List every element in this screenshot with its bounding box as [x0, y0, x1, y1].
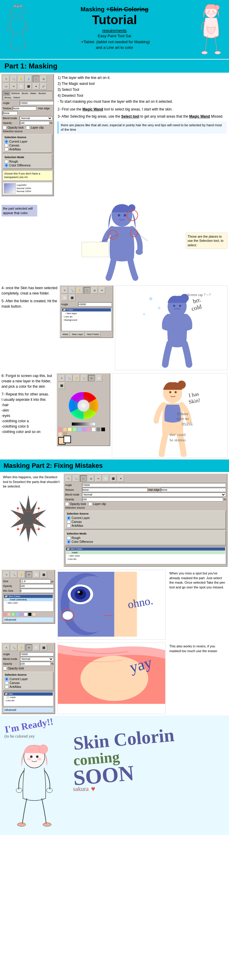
ft32[interactable]: 🔍: [11, 644, 17, 651]
t2[interactable]: 🔍: [69, 287, 75, 294]
angle-input[interactable]: [20, 101, 54, 105]
swatch-pink[interactable]: [87, 427, 91, 431]
fix3-op-input[interactable]: [20, 662, 51, 666]
ft26[interactable]: ⬛: [40, 571, 47, 578]
tool-hand[interactable]: ✋: [18, 76, 24, 82]
radio-canvas-input[interactable]: [5, 143, 8, 147]
swatch-red[interactable]: [58, 427, 62, 431]
t5[interactable]: ◎: [91, 287, 98, 294]
fix2-swatch-1[interactable]: [3, 612, 6, 616]
texture-input[interactable]: [13, 106, 36, 110]
swatch-white[interactable]: [91, 427, 96, 431]
antialias-checkbox[interactable]: [5, 147, 8, 151]
fix2-swatch-5[interactable]: [20, 612, 23, 616]
tool-lasso[interactable]: ◎: [40, 76, 47, 82]
ct5[interactable]: ✏: [88, 375, 95, 382]
tool-erase[interactable]: ⬜: [18, 83, 24, 90]
fix2-swatch-w[interactable]: [24, 612, 27, 616]
t6[interactable]: ✏: [99, 287, 105, 294]
hair-edge-input[interactable]: [3, 111, 18, 115]
mask-button[interactable]: Mask: [61, 332, 70, 336]
fix1-tex-input[interactable]: [82, 488, 147, 492]
fix3-radio-cl-input[interactable]: [5, 677, 9, 681]
fix2-skin-folder[interactable]: 📁 Skin Folder: [4, 595, 53, 598]
fix3-blend-select[interactable]: Normal: [20, 657, 54, 661]
radio-rough-input[interactable]: [5, 160, 8, 164]
fix2-swatch-4[interactable]: [16, 612, 19, 616]
radio-color-diff-input[interactable]: [5, 164, 8, 167]
opacity-input[interactable]: [20, 121, 50, 125]
fix1-sm-rough-input[interactable]: [67, 536, 70, 540]
fix3-op-lock[interactable]: [3, 667, 7, 670]
swatch-gray[interactable]: [96, 427, 101, 431]
fix3-angle-input[interactable]: [20, 652, 54, 656]
tool-type-water[interactable]: Water: [29, 92, 37, 95]
ft1[interactable]: ↖: [65, 475, 72, 482]
ft25[interactable]: ⬜: [33, 571, 40, 578]
t4[interactable]: ⬚: [84, 287, 90, 294]
tool-type-bucket[interactable]: Bucket: [38, 92, 46, 95]
layer-clip-checkbox[interactable]: [26, 126, 30, 129]
ft33[interactable]: ✋: [18, 644, 25, 651]
fix2-swatch-skin[interactable]: [32, 612, 36, 616]
fix2-size-input[interactable]: [20, 579, 51, 583]
ct1[interactable]: ↖: [58, 375, 65, 382]
fix3-radio-canvas-input[interactable]: [5, 681, 9, 685]
fix3-lineart[interactable]: ▫ Line Art: [4, 699, 53, 702]
tool-type-select[interactable]: Select: [13, 96, 21, 99]
swatch-orange[interactable]: [63, 427, 67, 431]
fix1-opacity-lock[interactable]: [65, 502, 69, 506]
tool-arrow[interactable]: ↖: [3, 76, 10, 82]
swatch-blue[interactable]: [77, 427, 82, 431]
fix1-sm-cd-input[interactable]: [67, 540, 70, 544]
tool-type-binary[interactable]: Binary: [3, 96, 12, 99]
ft36[interactable]: ⬛: [40, 644, 47, 651]
t7[interactable]: ⬜: [61, 294, 68, 301]
ft34[interactable]: ✏: [26, 644, 32, 651]
layer-folder[interactable]: 📁 Folder: [62, 308, 111, 312]
swatch-green[interactable]: [72, 427, 77, 431]
fix1-skin-layer[interactable]: ▫ skin color: [66, 554, 225, 557]
fix2-swatch-b[interactable]: [28, 612, 32, 616]
fix1-layer-clip[interactable]: [88, 502, 92, 506]
ft2[interactable]: 🔍: [73, 475, 79, 482]
ft3[interactable]: ⬚: [80, 475, 87, 482]
ft8[interactable]: ✦: [117, 475, 124, 482]
color-wheel-svg[interactable]: [69, 391, 98, 420]
t3[interactable]: ✋: [76, 287, 83, 294]
fix1-blend-select[interactable]: Normal: [82, 493, 226, 497]
tool-eyedrop[interactable]: 💧: [26, 76, 32, 82]
layer-skin[interactable]: ▫ Skin layer: [62, 312, 111, 315]
swatch-purple[interactable]: [82, 427, 86, 431]
layer-bg[interactable]: ▫ Background: [62, 318, 111, 321]
tool-type-refresh[interactable]: Refresh: [10, 92, 21, 95]
fix1-lineart-layer[interactable]: ▫ Line Art: [66, 557, 225, 561]
fix1-angle-input[interactable]: [82, 483, 226, 487]
tool-wand[interactable]: ✦: [33, 83, 39, 90]
fix3-aa-chk[interactable]: [5, 685, 9, 689]
tool-pen[interactable]: 🖊: [40, 83, 47, 90]
fix1-layer-folder[interactable]: 📁 Skin Folder: [66, 547, 225, 550]
fix1-aa-checkbox[interactable]: [67, 524, 70, 528]
fix2-swatch-3[interactable]: [11, 612, 15, 616]
fix2-skin-color[interactable]: ▫ skin color: [4, 601, 53, 605]
fix1-radio-cl-input[interactable]: [67, 516, 70, 520]
brightness-gradient[interactable]: [72, 422, 95, 426]
ct3[interactable]: ✋: [74, 375, 80, 382]
ft6[interactable]: ⬜: [102, 475, 109, 482]
bg-color[interactable]: [64, 436, 71, 443]
swatch-skin[interactable]: [58, 432, 62, 436]
new-layer-button[interactable]: New Layer: [70, 332, 85, 336]
tool-zoom[interactable]: 🔍: [10, 76, 17, 82]
ct2[interactable]: 🔍: [66, 375, 72, 382]
swatch-yellow[interactable]: [68, 427, 72, 431]
tool-select[interactable]: ⬚: [33, 76, 39, 82]
ft23[interactable]: ✋: [18, 571, 25, 578]
ft4[interactable]: ◎: [88, 475, 94, 482]
fix1-he-input[interactable]: [161, 488, 226, 492]
ft7[interactable]: ⬛: [110, 475, 117, 482]
fix2-swatch-2[interactable]: [7, 612, 11, 616]
t1[interactable]: ↖: [61, 287, 68, 294]
ft5[interactable]: ✏: [95, 475, 102, 482]
ft31[interactable]: ↖: [3, 644, 10, 651]
